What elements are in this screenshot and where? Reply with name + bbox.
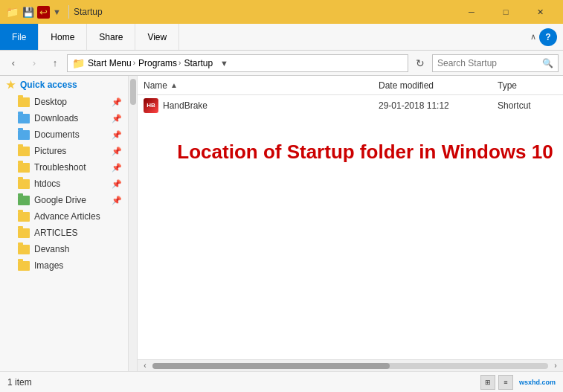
undo-icon[interactable]: ↩ (37, 6, 50, 19)
scroll-thumb (152, 363, 390, 369)
star-icon: ★ (6, 79, 16, 91)
path-dropdown-chevron[interactable]: ▼ (220, 59, 228, 68)
overlay-text: Location of Startup folder in Windows 10 (175, 140, 556, 165)
minimize-button[interactable]: ─ (454, 0, 489, 24)
folder-icon: 📁 (6, 6, 18, 18)
address-path[interactable]: 📁 Start Menu › Programs › Startup ▼ (67, 54, 408, 72)
tab-view[interactable]: View (135, 24, 179, 50)
tab-file[interactable]: File (0, 24, 39, 50)
folder-icon-downloads (18, 114, 30, 123)
folder-icon-troubleshoot (18, 163, 30, 173)
pin-icon-troubleshoot: 📌 (112, 163, 122, 173)
pin-icon-htdocs: 📌 (112, 179, 122, 189)
ribbon: File Home Share View ∧ ? (0, 24, 563, 51)
folder-icon-htdocs (18, 179, 30, 189)
file-type: Shortcut (498, 100, 557, 111)
sidebar-item-images[interactable]: Images (0, 257, 128, 274)
pin-icon-desktop: 📌 (112, 97, 122, 107)
ribbon-collapse-chevron[interactable]: ∧ (530, 32, 536, 42)
title-controls: ─ □ ✕ (454, 0, 557, 24)
search-box: 🔍 (432, 54, 559, 72)
folder-icon-pictures (18, 147, 30, 156)
file-list: HB HandBrake 29-01-2018 11:12 Shortcut L… (138, 95, 563, 359)
search-icon: 🔍 (542, 58, 553, 68)
folder-icon-images (18, 261, 30, 271)
handbrake-icon: HB (144, 98, 158, 113)
sidebar-item-quick-access[interactable]: ★ Quick access (0, 76, 128, 94)
path-chevron-1: › (133, 59, 135, 67)
sidebar: ★ Quick access Desktop 📌 Downloads 📌 (0, 76, 138, 371)
sidebar-item-advance-articles[interactable]: Advance Articles (0, 208, 128, 225)
ribbon-tabs: File Home Share View (0, 24, 179, 50)
list-view-button[interactable]: ≡ (498, 375, 513, 390)
sidebar-item-pictures[interactable]: Pictures 📌 (0, 143, 128, 159)
folder-icon-documents (18, 130, 30, 140)
sidebar-item-devansh[interactable]: Devansh (0, 241, 128, 257)
file-name: HandBrake (163, 100, 379, 111)
path-segment-2: Programs › (138, 58, 181, 68)
col-header-date[interactable]: Date modified (379, 80, 498, 91)
file-content: Name ▲ Date modified Type HB HandBrake 2… (138, 76, 563, 371)
window-title: Startup (74, 7, 103, 17)
file-date: 29-01-2018 11:12 (379, 100, 498, 111)
table-row[interactable]: HB HandBrake 29-01-2018 11:12 Shortcut (138, 95, 563, 116)
col-header-name[interactable]: Name ▲ (144, 80, 379, 91)
help-button[interactable]: ? (539, 28, 557, 46)
folder-icon-desktop (18, 97, 30, 107)
sidebar-item-articles[interactable]: ARTICLES (0, 225, 128, 241)
col-header-type[interactable]: Type (498, 80, 557, 91)
refresh-button[interactable]: ↻ (411, 54, 429, 72)
path-folder-icon: 📁 (72, 57, 85, 69)
sidebar-scrollbar[interactable] (128, 76, 137, 371)
sort-chevron: ▲ (170, 81, 178, 89)
folder-icon-advance-articles (18, 212, 30, 222)
status-bar: 1 item ⊞ ≡ wsxhd.com (0, 371, 563, 392)
path-segment-1: Start Menu › (88, 58, 135, 68)
folder-icon-devansh (18, 245, 30, 254)
tab-home[interactable]: Home (39, 24, 87, 50)
forward-button[interactable]: › (25, 54, 43, 72)
pin-icon-downloads: 📌 (112, 114, 122, 123)
search-input[interactable] (437, 58, 539, 68)
title-bar-left: 📁 💾 ↩ ▼ Startup (6, 5, 103, 19)
sidebar-item-htdocs[interactable]: htdocs 📌 (0, 176, 128, 192)
save-icon[interactable]: 💾 (22, 7, 34, 18)
watermark: wsxhd.com (519, 379, 556, 386)
horizontal-scrollbar: ‹ › (138, 359, 563, 371)
sidebar-scroll-thumb[interactable] (130, 79, 136, 105)
sidebar-content: ★ Quick access Desktop 📌 Downloads 📌 (0, 76, 128, 371)
sidebar-item-desktop[interactable]: Desktop 📌 (0, 94, 128, 110)
scroll-left-button[interactable]: ‹ (139, 360, 151, 372)
folder-icon-articles (18, 228, 30, 238)
sidebar-item-documents[interactable]: Documents 📌 (0, 126, 128, 143)
path-chevron-2: › (178, 59, 181, 67)
close-button[interactable]: ✕ (523, 0, 557, 24)
pin-icon-google-drive: 📌 (112, 196, 122, 205)
title-bar: 📁 💾 ↩ ▼ Startup ─ □ ✕ (0, 0, 563, 24)
ribbon-chevron: ∧ ? (530, 28, 563, 46)
main: ★ Quick access Desktop 📌 Downloads 📌 (0, 76, 563, 371)
address-bar: ‹ › ↑ 📁 Start Menu › Programs › Startup … (0, 51, 563, 76)
pin-icon-pictures: 📌 (112, 147, 122, 156)
maximize-button[interactable]: □ (489, 0, 523, 24)
scroll-track[interactable] (152, 363, 548, 369)
sidebar-item-google-drive[interactable]: Google Drive 📌 (0, 192, 128, 208)
path-segment-3: Startup (184, 58, 213, 68)
item-count: 1 item (7, 377, 32, 388)
grid-view-button[interactable]: ⊞ (480, 375, 495, 390)
tab-share[interactable]: Share (87, 24, 135, 50)
view-controls: ⊞ ≡ wsxhd.com (480, 375, 556, 390)
folder-icon-google-drive (18, 196, 30, 205)
back-button[interactable]: ‹ (4, 54, 22, 72)
dropdown-icon[interactable]: ▼ (53, 7, 61, 16)
pin-icon-documents: 📌 (112, 130, 122, 140)
quick-access-icons: 💾 ↩ ▼ (22, 6, 61, 19)
scroll-right-button[interactable]: › (550, 360, 562, 372)
sidebar-scroll-wrap: ★ Quick access Desktop 📌 Downloads 📌 (0, 76, 137, 371)
column-headers: Name ▲ Date modified Type (138, 76, 563, 95)
up-button[interactable]: ↑ (46, 54, 64, 72)
sidebar-item-troubleshoot[interactable]: Troubleshoot 📌 (0, 159, 128, 176)
sidebar-item-downloads[interactable]: Downloads 📌 (0, 110, 128, 126)
